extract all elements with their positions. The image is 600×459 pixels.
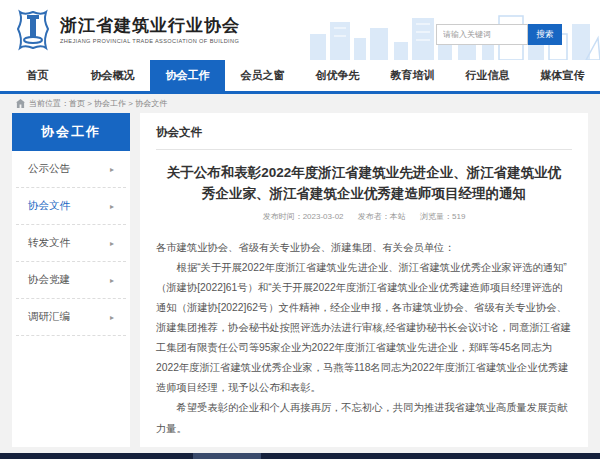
article-meta: 发布时间：2023-03-02 发布者：本站 浏览量：519	[156, 211, 572, 222]
body-paragraph: 希望受表彰的企业和个人再接再厉，不忘初心，共同为推进我省建筑业高质量发展贡献力量…	[156, 398, 572, 438]
nav-item-industry-info[interactable]: 行业信息	[450, 60, 525, 91]
view-count: 浏览量：519	[420, 212, 465, 221]
sidebar-item-party-building[interactable]: 协会党建 ▸	[16, 262, 126, 299]
sidebar-item-association-documents[interactable]: 协会文件 ▸	[16, 188, 126, 225]
association-emblem-icon	[14, 9, 52, 51]
search-box: 搜索	[436, 24, 562, 45]
site-logo[interactable]: 浙江省建筑业行业协会 ZHEJIANG PROVINCIAL TRADE ASS…	[14, 9, 240, 51]
sidebar-item-announcements[interactable]: 公示公告 ▸	[16, 151, 126, 188]
nav-item-training[interactable]: 教育培训	[375, 60, 450, 91]
sidebar-item-label: 调研汇编	[28, 310, 70, 324]
main-area: 协会工作 公示公告 ▸ 协会文件 ▸ 转发文件 ▸ 协会党建 ▸ 调研汇编 ▸ …	[0, 113, 600, 447]
home-icon	[16, 99, 25, 108]
nav-item-overview[interactable]: 协会概况	[75, 60, 150, 91]
sidebar-item-label: 协会党建	[28, 273, 70, 287]
article-body: 各市建筑业协会、省级有关专业协会、浙建集团、有关会员单位： 根据“关于开展202…	[156, 238, 572, 439]
article-title: 关于公布和表彰2022年度浙江省建筑业先进企业、浙江省建筑业优秀企业家、浙江省建…	[160, 163, 568, 205]
chevron-right-icon: ▸	[110, 165, 114, 174]
footer-accent	[193, 453, 261, 459]
salutation: 各市建筑业协会、省级有关专业协会、浙建集团、有关会员单位：	[156, 238, 572, 258]
content-panel: 协会文件 关于公布和表彰2022年度浙江省建筑业先进企业、浙江省建筑业优秀企业家…	[140, 113, 588, 447]
nav-item-excellence[interactable]: 创优争先	[300, 60, 375, 91]
publisher: 发布者：本站	[358, 212, 406, 221]
chevron-right-icon: ▸	[110, 313, 114, 322]
site-title: 浙江省建筑业行业协会	[60, 16, 240, 36]
sidebar-item-research[interactable]: 调研汇编 ▸	[16, 299, 126, 336]
breadcrumb: 当前位置：首页 > 协会工作 > 协会文件	[0, 94, 600, 113]
body-paragraph: 根据“关于开展2022年度浙江省建筑业先进企业、浙江省建筑业优秀企业家评选的通知…	[156, 258, 572, 399]
sidebar: 协会工作 公示公告 ▸ 协会文件 ▸ 转发文件 ▸ 协会党建 ▸ 调研汇编 ▸	[12, 113, 130, 447]
nav-item-media[interactable]: 媒体宣传	[525, 60, 600, 91]
breadcrumb-text[interactable]: 当前位置：首页 > 协会工作 > 协会文件	[29, 98, 167, 109]
sidebar-item-label: 公示公告	[28, 162, 70, 176]
nav-item-association-work[interactable]: 协会工作	[150, 60, 225, 91]
site-header: 浙江省建筑业行业协会 ZHEJIANG PROVINCIAL TRADE ASS…	[0, 0, 600, 60]
search-input[interactable]	[436, 24, 528, 45]
chevron-right-icon: ▸	[110, 276, 114, 285]
chevron-right-icon: ▸	[110, 239, 114, 248]
main-nav: 首页 协会概况 协会工作 会员之窗 创优争先 教育培训 行业信息 媒体宣传	[0, 60, 600, 94]
nav-item-members[interactable]: 会员之窗	[225, 60, 300, 91]
nav-item-home[interactable]: 首页	[0, 60, 75, 91]
sidebar-item-label: 协会文件	[28, 199, 70, 213]
search-button[interactable]: 搜索	[528, 24, 562, 45]
chevron-right-icon: ▸	[110, 202, 114, 211]
sidebar-title: 协会工作	[12, 113, 130, 151]
section-title: 协会文件	[156, 125, 572, 150]
sidebar-item-forwarded-documents[interactable]: 转发文件 ▸	[16, 225, 126, 262]
publish-time: 发布时间：2023-03-02	[263, 212, 344, 221]
footer-bar	[0, 453, 600, 459]
site-subtitle: ZHEJIANG PROVINCIAL TRADE ASSOCIATION OF…	[60, 38, 240, 44]
sidebar-item-label: 转发文件	[28, 236, 70, 250]
